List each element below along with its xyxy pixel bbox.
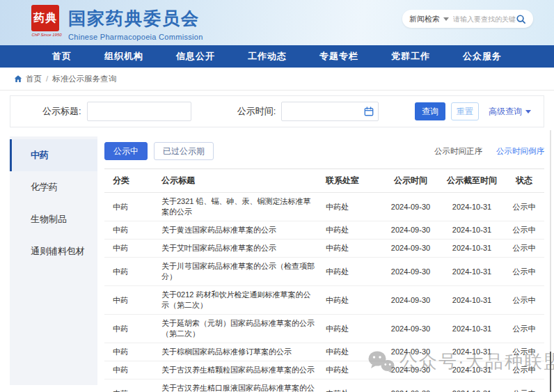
- table-row: 中药关于2321 铅、镉、砷、汞、铜测定法标准草案的公示中药处2024-09-3…: [104, 193, 544, 221]
- reset-button[interactable]: 重置: [451, 102, 479, 120]
- header-search: 新闻检索: [402, 10, 533, 28]
- search-category-select[interactable]: 新闻检索: [409, 14, 440, 24]
- cell-start-date: 2024-09-30: [381, 193, 440, 221]
- status-link[interactable]: 公示中: [504, 343, 544, 361]
- status-link[interactable]: 公示中: [504, 379, 544, 392]
- search-input[interactable]: [453, 15, 516, 23]
- status-link[interactable]: 公示中: [504, 286, 544, 314]
- seal-logo-icon: 药典: [31, 5, 59, 31]
- cell-start-date: 2024-09-30: [381, 379, 440, 392]
- table-row: 中药关于0212 药材和饮片检定通则标准草案的公示（第二次）中药处2024-09…: [104, 286, 544, 315]
- breadcrumb-current: 标准公示服务查询: [52, 74, 116, 84]
- sidebar-item-biological-products[interactable]: 生物制品: [10, 203, 97, 235]
- nav-item-work-news[interactable]: 工作动态: [248, 50, 287, 63]
- sort-time-ascending-link[interactable]: 公示时间正序: [434, 146, 482, 157]
- nav-item-info-disclosure[interactable]: 信息公开: [176, 50, 215, 63]
- query-button[interactable]: 查询: [415, 102, 445, 120]
- advanced-search-label: 高级查询: [489, 106, 522, 118]
- site-subtitle: Chinese Pharmacopoeia Commission: [68, 33, 203, 41]
- breadcrumb-home-link[interactable]: 首页: [26, 74, 42, 84]
- cell-category: 中药: [104, 221, 152, 239]
- cell-start-date: 2024-09-30: [381, 315, 440, 343]
- sort-time-descending-link[interactable]: 公示时间倒序: [496, 146, 544, 157]
- filter-time-label: 公示时间:: [237, 105, 276, 118]
- cell-start-date: 2024-09-30: [381, 286, 440, 314]
- cell-title: 关于2321 铅、镉、砷、汞、铜测定法标准草案的公示: [152, 193, 326, 221]
- table-row: 中药关于古汉养生精口服液国家药品标准草案的公示中药处2024-09-302024…: [104, 379, 544, 392]
- category-sidebar: 中药 化学药 生物制品 通则辅料包材: [10, 136, 97, 385]
- cell-office: 中药处: [326, 221, 381, 239]
- table-row: 中药关于艾叶国家药品标准草案的公示中药处2024-09-302024-10-31…: [104, 240, 544, 258]
- cell-title: 关于0212 药材和饮片检定通则标准草案的公示（第二次）: [152, 286, 326, 314]
- sidebar-item-tcm[interactable]: 中药: [10, 139, 97, 171]
- page: 药典 ChP Since 1950 国家药典委员会 Chinese Pharma…: [0, 0, 554, 392]
- tab-in-publicity[interactable]: 公示中: [104, 142, 148, 160]
- column-header-category: 分类: [104, 169, 152, 192]
- cell-title: 关于古汉养生精口服液国家药品标准草案的公示: [152, 379, 326, 392]
- home-icon[interactable]: [14, 75, 22, 83]
- cell-category: 中药: [104, 343, 152, 361]
- column-header-end-date: 公示截至时间: [440, 169, 504, 192]
- cell-office: 中药处: [326, 240, 381, 257]
- column-header-office: 联系处室: [326, 169, 381, 192]
- table-header-row: 分类 公示标题 联系处室 公示时间 公示截至时间 状态: [104, 168, 544, 193]
- site-header: 药典 ChP Since 1950 国家药典委员会 Chinese Pharma…: [0, 0, 554, 45]
- calendar-icon[interactable]: [364, 107, 374, 116]
- cell-category: 中药: [104, 193, 152, 221]
- table-row: 中药关于古汉养生精颗粒国家药品标准草案的公示中药处2024-09-302024-…: [104, 361, 544, 379]
- results-table: 分类 公示标题 联系处室 公示时间 公示截至时间 状态 中药关于2321 铅、镉…: [104, 168, 544, 392]
- status-link[interactable]: 公示中: [504, 240, 544, 257]
- sidebar-item-general-excipients-packaging[interactable]: 通则辅料包材: [10, 235, 97, 267]
- cell-office: 中药处: [326, 361, 381, 379]
- cell-title: 关于川芎国家药品标准草案的公示（检查项部分）: [152, 258, 326, 285]
- cell-start-date: 2024-09-30: [381, 258, 440, 285]
- cell-office: 中药处: [326, 193, 381, 221]
- table-body: 中药关于2321 铅、镉、砷、汞、铜测定法标准草案的公示中药处2024-09-3…: [104, 193, 544, 392]
- breadcrumb-separator: /: [46, 75, 48, 83]
- status-link[interactable]: 公示中: [504, 258, 544, 285]
- advanced-search-link[interactable]: 高级查询: [489, 106, 531, 118]
- status-link[interactable]: 公示中: [504, 361, 544, 379]
- cell-end-date: 2024-10-31: [440, 221, 504, 239]
- status-link[interactable]: 公示中: [504, 221, 544, 239]
- search-icon[interactable]: [516, 14, 526, 24]
- cell-start-date: 2024-09-30: [381, 240, 440, 257]
- cell-category: 中药: [104, 286, 152, 314]
- cell-title: 关于艾叶国家药品标准草案的公示: [152, 240, 326, 257]
- status-link[interactable]: 公示中: [504, 315, 544, 343]
- cell-end-date: 2024-10-31: [440, 193, 504, 221]
- nav-item-organization[interactable]: 组织机构: [104, 50, 143, 63]
- status-link[interactable]: 公示中: [504, 193, 544, 221]
- cell-start-date: 2024-09-30: [381, 343, 440, 361]
- content: 中药 化学药 生物制品 通则辅料包材 公示中 已过公示期 公示时间正序 公示时间…: [10, 136, 544, 392]
- column-header-title: 公示标题: [152, 169, 326, 192]
- cell-category: 中药: [104, 379, 152, 392]
- logo-caption: ChP Since 1950: [31, 33, 62, 37]
- cell-category: 中药: [104, 240, 152, 257]
- cell-category: 中药: [104, 258, 152, 285]
- cell-office: 中药处: [326, 343, 381, 361]
- filter-title-input[interactable]: [87, 102, 191, 121]
- cell-end-date: 2024-10-31: [440, 343, 504, 361]
- nav-item-special-topics[interactable]: 专题专栏: [319, 50, 358, 63]
- site-brand: 国家药典委员会 Chinese Pharmacopoeia Commission: [68, 7, 203, 41]
- filter-title-label: 公示标题:: [42, 105, 81, 118]
- nav-item-party-work[interactable]: 党群工作: [391, 50, 430, 63]
- cell-start-date: 2024-09-30: [381, 361, 440, 379]
- cell-office: 中药处: [326, 315, 381, 343]
- cell-office: 中药处: [326, 286, 381, 314]
- chevron-down-icon: [525, 110, 531, 113]
- breadcrumb: 首页 / 标准公示服务查询: [0, 68, 554, 91]
- site-logo: 药典 ChP Since 1950: [31, 5, 62, 37]
- cell-title: 关于黄连国家药品标准草案的公示: [152, 221, 326, 239]
- chevron-down-icon[interactable]: [443, 17, 449, 21]
- cell-title: 关于棕榈国家药品标准修订草案的公示: [152, 343, 326, 361]
- sidebar-item-chemical-drugs[interactable]: 化学药: [10, 171, 97, 203]
- table-row: 中药关于川芎国家药品标准草案的公示（检查项部分）中药处2024-09-30202…: [104, 258, 544, 286]
- nav-item-home[interactable]: 首页: [52, 50, 72, 63]
- scrollbar[interactable]: [550, 130, 551, 392]
- nav-item-public-service[interactable]: 公众服务: [463, 50, 502, 63]
- tab-expired-publicity[interactable]: 已过公示期: [154, 142, 214, 160]
- cell-office: 中药处: [326, 379, 381, 392]
- tabs-row: 公示中 已过公示期 公示时间正序 公示时间倒序: [104, 142, 544, 160]
